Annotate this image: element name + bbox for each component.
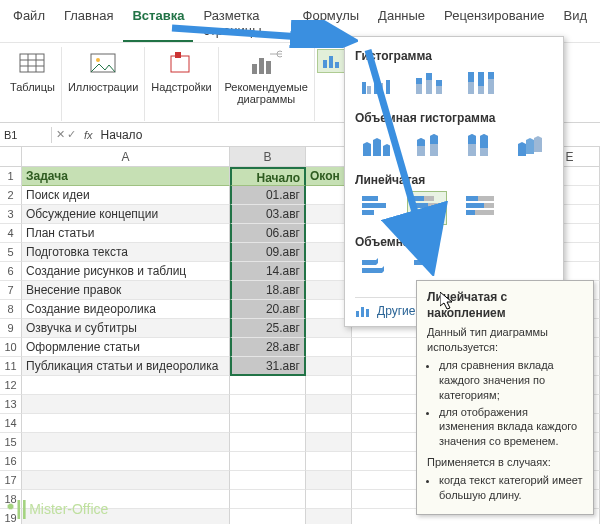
svg-marker-52 [468, 134, 476, 144]
cell-start[interactable]: 01.авг [230, 186, 306, 205]
row-header[interactable]: 10 [0, 338, 22, 357]
chart-3d-column[interactable] [511, 129, 551, 163]
cell-task[interactable]: Поиск идеи [22, 186, 230, 205]
row-header[interactable]: 13 [0, 395, 22, 414]
cell-start[interactable] [230, 509, 306, 524]
row-header[interactable]: 1 [0, 167, 22, 186]
cell-start[interactable]: Начало [230, 167, 306, 186]
cell-task[interactable]: Создание рисунков и таблиц [22, 262, 230, 281]
menu-home[interactable]: Главная [55, 4, 122, 42]
svg-rect-0 [20, 54, 44, 72]
cell-end[interactable] [306, 509, 352, 524]
chart-100-stacked-column[interactable] [459, 67, 499, 101]
row-header[interactable]: 5 [0, 243, 22, 262]
row-header[interactable]: 4 [0, 224, 22, 243]
cell-end[interactable] [306, 376, 352, 395]
chart-100-stacked-bar[interactable] [459, 191, 499, 225]
svg-marker-56 [526, 138, 534, 154]
svg-rect-9 [252, 64, 257, 74]
cell-start[interactable] [230, 471, 306, 490]
cell-task[interactable]: Задача [22, 167, 230, 186]
row-header[interactable]: 8 [0, 300, 22, 319]
cell-start[interactable] [230, 490, 306, 509]
row-header[interactable]: 14 [0, 414, 22, 433]
col-header-b[interactable]: B [230, 147, 306, 166]
name-box[interactable]: B1 [0, 127, 52, 143]
cell-task[interactable] [22, 395, 230, 414]
svg-rect-68 [466, 196, 478, 201]
cell-start[interactable]: 06.авг [230, 224, 306, 243]
addins-icon [165, 49, 197, 77]
row-header[interactable]: 2 [0, 186, 22, 205]
cell-task[interactable]: Подготовка текста [22, 243, 230, 262]
cell-end[interactable] [306, 471, 352, 490]
svg-rect-77 [356, 311, 359, 317]
cell-start[interactable]: 20.авг [230, 300, 306, 319]
row-header[interactable]: 6 [0, 262, 22, 281]
row-header[interactable]: 16 [0, 452, 22, 471]
cell-task[interactable] [22, 433, 230, 452]
tooltip-text-1: Данный тип диаграммы используется: [427, 325, 583, 355]
cell-end[interactable] [306, 452, 352, 471]
formula-input[interactable]: Начало [97, 128, 147, 142]
chart-column-button[interactable] [317, 49, 345, 73]
cell-start[interactable] [230, 395, 306, 414]
cell-task[interactable] [22, 376, 230, 395]
cell-end[interactable] [306, 490, 352, 509]
ribbon-recommended-charts[interactable]: Рекомендуемые диаграммы [219, 47, 315, 121]
formula-buttons: ✕ ✓ [52, 128, 80, 141]
cell-task[interactable] [22, 452, 230, 471]
cell-end[interactable] [306, 414, 352, 433]
row-header[interactable]: 15 [0, 433, 22, 452]
cell-task[interactable]: Публикация статьи и видеоролика [22, 357, 230, 376]
row-header[interactable]: 11 [0, 357, 22, 376]
cell-end[interactable] [306, 357, 352, 376]
fx-label[interactable]: fx [80, 129, 97, 141]
ribbon-illustrations[interactable]: Иллюстрации [62, 47, 145, 121]
cell-start[interactable]: 09.авг [230, 243, 306, 262]
svg-rect-72 [466, 210, 475, 215]
row-header[interactable]: 3 [0, 205, 22, 224]
cell-start[interactable]: 03.авг [230, 205, 306, 224]
svg-rect-16 [329, 56, 333, 68]
cell-task[interactable]: Обсуждение концепции [22, 205, 230, 224]
cell-task[interactable]: Внесение правок [22, 281, 230, 300]
cell-task[interactable]: Оформление статьи [22, 338, 230, 357]
svg-rect-41 [478, 72, 484, 86]
cell-task[interactable] [22, 414, 230, 433]
menu-file[interactable]: Файл [4, 4, 54, 42]
chart-3d-100-stacked-column[interactable] [459, 129, 499, 163]
cell-start[interactable]: 28.авг [230, 338, 306, 357]
cell-end[interactable] [306, 395, 352, 414]
cell-start[interactable]: 31.авг [230, 357, 306, 376]
cell-end[interactable] [306, 433, 352, 452]
row-header[interactable]: 7 [0, 281, 22, 300]
cell-start[interactable] [230, 414, 306, 433]
chart-icon [355, 304, 371, 318]
cell-start[interactable] [230, 452, 306, 471]
cell-start[interactable]: 18.авг [230, 281, 306, 300]
svg-marker-54 [480, 134, 488, 148]
mouse-cursor-icon [440, 292, 456, 312]
cell-start[interactable]: 25.авг [230, 319, 306, 338]
svg-marker-84 [440, 292, 452, 309]
row-header[interactable]: 17 [0, 471, 22, 490]
row-header[interactable]: 9 [0, 319, 22, 338]
cancel-icon[interactable]: ✕ [56, 128, 65, 141]
cell-task[interactable]: План статьи [22, 224, 230, 243]
cell-end[interactable] [306, 338, 352, 357]
cell-task[interactable]: Озвучка и субтитры [22, 319, 230, 338]
enter-icon[interactable]: ✓ [67, 128, 76, 141]
ribbon-tables[interactable]: Таблицы [4, 47, 62, 121]
ribbon-tables-label: Таблицы [10, 81, 55, 93]
cell-start[interactable] [230, 376, 306, 395]
select-all-triangle[interactable] [0, 147, 22, 166]
row-header[interactable]: 12 [0, 376, 22, 395]
cell-start[interactable] [230, 433, 306, 452]
cell-task[interactable] [22, 471, 230, 490]
col-header-a[interactable]: A [22, 147, 230, 166]
cell-task[interactable]: Создание видеоролика [22, 300, 230, 319]
recommended-chart-icon [250, 49, 282, 77]
ribbon-addins[interactable]: Надстройки [145, 47, 218, 121]
cell-start[interactable]: 14.авг [230, 262, 306, 281]
